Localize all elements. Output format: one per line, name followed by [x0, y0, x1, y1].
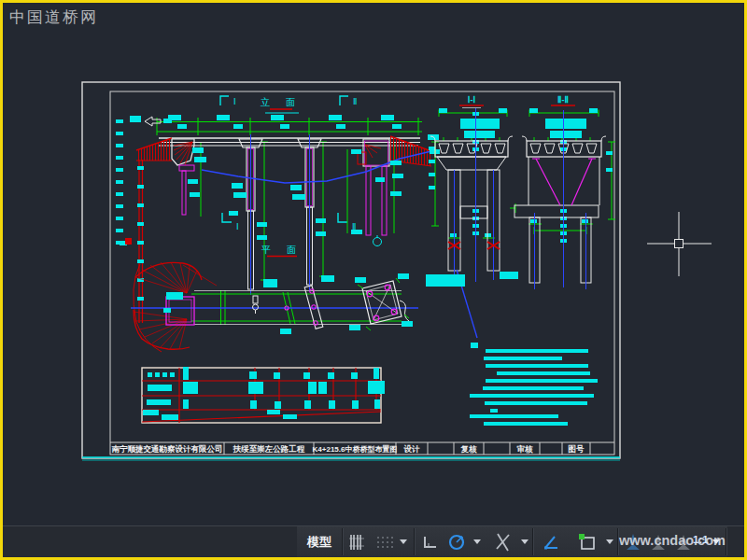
field-drawing-no: 图号 — [569, 444, 585, 454]
section-1-title: Ⅰ-Ⅰ — [468, 95, 475, 105]
dynamic-input-icon[interactable] — [577, 532, 598, 553]
project-name: 扶绥至崇左公路工程 — [233, 444, 305, 454]
notes-text-block — [470, 343, 598, 426]
profile-table — [142, 367, 385, 423]
grid-dropdown-arrow[interactable] — [400, 539, 407, 544]
pier-1 — [239, 134, 262, 295]
snap-mode-icon[interactable] — [346, 532, 367, 553]
section-ii-ii: Ⅱ-Ⅱ — [510, 95, 615, 289]
field-check: 复核 — [460, 444, 478, 454]
ground-break-marks — [448, 242, 500, 249]
drawing-title: K4+215.6中桥桥型布置图 — [313, 444, 398, 454]
field-design: 设计 — [403, 444, 421, 454]
url-watermark: www.cndao.com — [618, 533, 726, 548]
polar-tracking-icon[interactable] — [446, 532, 467, 553]
status-bar: 模型 — [3, 525, 744, 557]
borehole-column — [137, 160, 144, 323]
title-block: 南宁顺捷交通勘察设计有限公司 扶绥至崇左公路工程 K4+215.6中桥桥型布置图… — [110, 442, 614, 455]
autocad-window: 中国道桥网 立 面 Ⅰ — [0, 0, 747, 560]
annotation-scale[interactable]: 1:1 — [693, 534, 709, 545]
scale-dropdown-arrow[interactable] — [712, 539, 720, 544]
grid-display-icon[interactable] — [374, 532, 395, 553]
osnap-dropdown-arrow[interactable] — [521, 539, 529, 544]
elevation-title: 立 面 — [261, 97, 302, 107]
section-i-i: Ⅰ-Ⅰ — [429, 95, 513, 282]
section-2-title: Ⅱ-Ⅱ — [557, 95, 569, 105]
polar-dropdown-arrow[interactable] — [473, 539, 481, 544]
field-review: 审核 — [517, 444, 534, 454]
object-snap-icon[interactable] — [493, 532, 514, 553]
object-snap-tracking-icon[interactable] — [542, 532, 562, 553]
pier-2 — [298, 134, 321, 291]
dyninput-dropdown-arrow[interactable] — [606, 539, 613, 544]
right-abutment — [358, 139, 389, 246]
cut-mark-label: Ⅰ — [233, 97, 236, 106]
plan-title: 平 面 — [261, 245, 303, 255]
left-abutment — [172, 139, 194, 215]
cut-mark-label: Ⅰ — [236, 222, 239, 231]
crosshair-cursor — [647, 212, 712, 276]
right-abutment-plan — [358, 278, 409, 330]
elevation-scale — [116, 119, 123, 245]
company-name: 南宁顺捷交通勘察设计有限公司 — [112, 444, 223, 454]
wing-wall-fans — [134, 262, 217, 352]
model-tab[interactable]: 模型 — [299, 526, 340, 557]
drawing-canvas[interactable]: 立 面 Ⅰ Ⅱ Ⅰ Ⅱ — [3, 3, 744, 525]
status-bar-panel: 模型 — [297, 526, 727, 557]
plan-view: 平 面 — [120, 238, 518, 352]
dimension-text-blocks — [130, 115, 440, 240]
cut-mark-label: Ⅱ — [353, 97, 357, 106]
ortho-mode-icon[interactable] — [420, 532, 441, 553]
site-watermark: 中国道桥网 — [9, 7, 98, 28]
